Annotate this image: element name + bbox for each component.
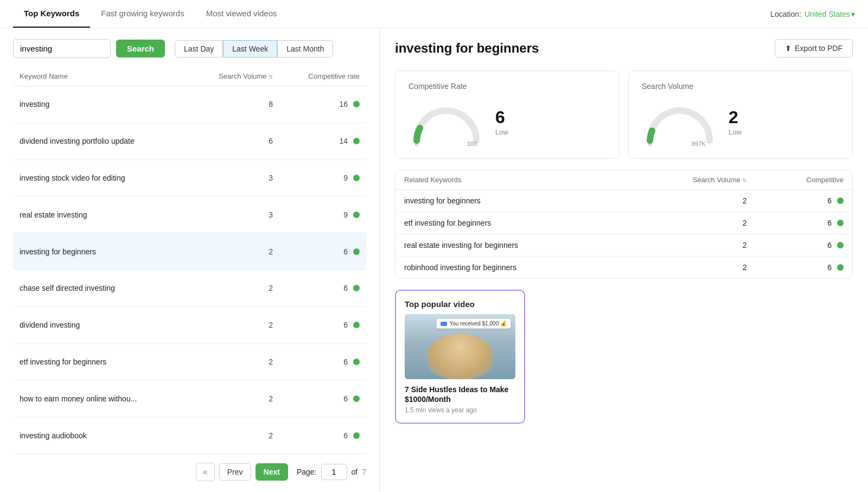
related-volume-cell: 2 [629,234,756,257]
related-row[interactable]: investing for beginners 2 6 [395,190,852,212]
table-row[interactable]: investing audiobook 2 6 [13,417,366,454]
filter-last-day[interactable]: Last Day [175,40,223,57]
related-rate-value: 6 [827,241,832,250]
table-row[interactable]: dividend investing 2 6 [13,306,366,343]
right-panel: investing for beginners ⬆ Export to PDF … [380,28,868,492]
keyword-cell: dividend investing portfolio update [13,123,189,159]
table-row[interactable]: etf investing for beginners 2 6 [13,343,366,380]
location-label: Location: [770,10,801,18]
table-row[interactable]: real estate investing 3 9 [13,196,366,233]
next-button[interactable]: Next [256,463,288,481]
table-row[interactable]: investing stock video for editing 3 9 [13,159,366,196]
keyword-table: Keyword Name Search Volume ⇅ Competitive… [13,67,366,454]
total-pages: 7 [362,468,366,476]
tab-most-viewed[interactable]: Most viewed videos [195,0,288,28]
svg-text:0: 0 [648,140,652,146]
export-icon: ⬆ [785,44,792,53]
export-button[interactable]: ⬆ Export to PDF [775,39,853,57]
related-rate-cell: 6 [755,212,852,234]
top-nav: Top Keywords Fast growing keywords Most … [0,0,868,28]
rate-dot [353,101,360,107]
page-input[interactable] [321,464,347,480]
related-rate-value: 6 [827,196,832,205]
rate-value: 16 [339,100,348,108]
search-input[interactable]: investing [13,39,111,58]
related-rate-dot [837,264,844,271]
competitive-rate-gauge: 0 100 [409,97,484,148]
main-layout: investing Search Last Day Last Week Last… [0,28,868,492]
related-row[interactable]: real estate investing for beginners 2 6 [395,234,852,257]
keyword-cell: investing audiobook [13,417,189,454]
tab-fast-growing[interactable]: Fast growing keywords [90,0,195,28]
keyword-cell: investing for beginners [13,233,189,270]
filter-last-month[interactable]: Last Month [277,40,333,57]
first-page-button[interactable]: « [196,463,215,481]
related-rate-value: 6 [827,263,832,272]
pagination: « Prev Next Page: of 7 [13,454,366,481]
rate-cell: 6 [279,306,366,343]
related-keyword-cell: etf investing for beginners [395,212,629,234]
rate-value: 9 [343,210,348,219]
search-button[interactable]: Search [116,40,165,57]
rate-cell: 6 [279,380,366,417]
rate-value: 6 [343,284,348,292]
table-row[interactable]: how to earn money online withou... 2 6 [13,380,366,417]
badge-label: You received $1,000 💰 [449,321,507,327]
table-row[interactable]: chase self directed investing 2 6 [13,270,366,306]
tab-top-keywords[interactable]: Top Keywords [13,0,90,28]
competitive-rate-card: Competitive Rate 0 100 [395,71,620,159]
svg-text:897K: 897K [692,140,706,146]
detail-title: investing for beginners [395,41,539,56]
time-filter-group: Last Day Last Week Last Month [175,40,333,57]
video-thumbnail[interactable]: You received $1,000 💰 [405,314,515,379]
table-row[interactable]: investing for beginners 2 6 [13,233,366,270]
filter-last-week[interactable]: Last Week [223,40,277,57]
search-volume-card: Search Volume 0 897K 2 Low [628,71,853,159]
related-col-competitive: Competitive [755,170,852,190]
volume-cell: 8 [189,86,279,123]
rate-value: 6 [343,247,348,256]
search-volume-value-block: 2 Low [729,108,742,136]
search-volume-gauge: 0 897K [642,97,718,148]
keyword-cell: chase self directed investing [13,270,189,306]
related-volume-cell: 2 [629,212,756,234]
badge-icon [441,322,447,326]
rate-cell: 6 [279,343,366,380]
col-keyword-name: Keyword Name [13,67,189,86]
rate-value: 9 [343,174,348,182]
location-link[interactable]: United States ▾ [805,10,855,18]
related-row[interactable]: etf investing for beginners 2 6 [395,212,852,234]
search-volume-sublabel: Low [729,128,742,136]
rate-dot [353,322,360,328]
search-volume-number: 2 [729,108,738,126]
rate-value: 6 [343,321,348,329]
related-rate-cell: 6 [755,257,852,279]
of-label: of [352,468,358,476]
related-rate-dot [837,197,844,204]
keyword-cell: investing [13,86,189,123]
related-volume-cell: 2 [629,190,756,212]
search-volume-title: Search Volume [642,82,693,91]
rate-dot [353,212,360,218]
rate-dot [353,432,360,439]
top-video-section-title: Top popular video [405,299,515,309]
sort-related-volume-icon: ⇅ [742,177,746,183]
keyword-cell: real estate investing [13,196,189,233]
prev-button[interactable]: Prev [219,463,251,481]
volume-cell: 6 [189,123,279,159]
svg-text:100: 100 [467,140,477,146]
related-col-volume[interactable]: Search Volume ⇅ [629,170,756,190]
related-rate-dot [837,242,844,248]
related-keyword-cell: real estate investing for beginners [395,234,629,257]
location-section: Location: United States ▾ [770,10,855,18]
col-search-volume[interactable]: Search Volume ⇅ [189,67,279,86]
keyword-cell: how to earn money online withou... [13,380,189,417]
top-popular-video-card: Top popular video You received $1,000 💰 … [395,290,525,424]
table-row[interactable]: dividend investing portfolio update 6 14 [13,123,366,159]
chevron-down-icon: ▾ [851,10,855,18]
table-row[interactable]: investing 8 16 [13,86,366,123]
keyword-cell: investing stock video for editing [13,159,189,196]
related-row[interactable]: robinhood investing for beginners 2 6 [395,257,852,279]
related-keywords-table: Related Keywords Search Volume ⇅ Competi… [395,170,852,278]
rate-dot [353,395,360,402]
